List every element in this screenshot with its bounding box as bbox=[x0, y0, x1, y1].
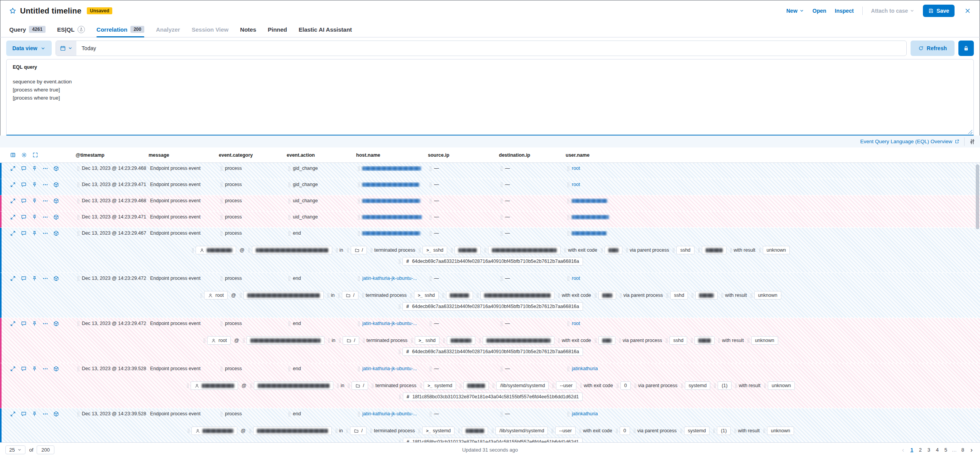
column-header-hostname[interactable]: host.name bbox=[356, 152, 428, 158]
summary-badge[interactable] bbox=[702, 246, 727, 254]
eql-query-text[interactable]: sequence by event.action [process where … bbox=[13, 78, 967, 102]
summary-badge[interactable]: systemd bbox=[684, 427, 710, 435]
pin-event-icon[interactable] bbox=[32, 182, 37, 188]
summary-badge[interactable] bbox=[446, 291, 473, 300]
pin-event-icon[interactable] bbox=[32, 198, 37, 204]
summary-badge[interactable]: unknown bbox=[768, 381, 795, 390]
tab-es-ql[interactable]: ES|QL bbox=[57, 22, 85, 37]
save-button[interactable]: Save bbox=[923, 5, 955, 17]
expand-event-icon[interactable] bbox=[10, 214, 16, 220]
summary-badge[interactable] bbox=[598, 336, 615, 345]
settings-sliders-icon[interactable] bbox=[969, 139, 975, 145]
tab-correlation[interactable]: Correlation200 bbox=[96, 22, 144, 37]
more-actions-icon[interactable] bbox=[42, 366, 48, 372]
analyze-event-icon[interactable] bbox=[53, 411, 59, 417]
summary-badge[interactable]: / bbox=[342, 291, 358, 300]
pin-event-icon[interactable] bbox=[32, 214, 37, 220]
summary-badge[interactable]: unknown bbox=[751, 336, 778, 345]
summary-badge[interactable] bbox=[254, 381, 333, 390]
host-name-link[interactable]: jatin-kathuria-jk-ubuntu-... bbox=[362, 411, 417, 416]
tab-elastic-ai-assistant[interactable]: Elastic AI Assistant bbox=[299, 22, 352, 37]
tab-session-view[interactable]: Session View bbox=[192, 22, 229, 37]
analyze-event-icon[interactable] bbox=[53, 198, 59, 204]
page-size-select[interactable]: 25 bbox=[5, 445, 25, 454]
date-quick-select-button[interactable] bbox=[56, 41, 76, 56]
summary-badge[interactable] bbox=[252, 246, 332, 254]
expand-event-icon[interactable] bbox=[10, 321, 16, 327]
open-timeline-button[interactable]: Open bbox=[813, 8, 826, 14]
column-header-sourceip[interactable]: source.ip bbox=[428, 152, 499, 158]
summary-badge[interactable] bbox=[488, 246, 561, 254]
user-name-link[interactable]: root bbox=[572, 321, 580, 326]
process-hash-badge[interactable]: #64decb69c7aa63321b440fe028716a40910bf45… bbox=[402, 257, 583, 266]
expand-event-icon[interactable] bbox=[10, 166, 16, 171]
summary-badge[interactable] bbox=[196, 246, 236, 254]
summary-badge[interactable] bbox=[480, 291, 554, 300]
tab-pinned[interactable]: Pinned bbox=[268, 22, 287, 37]
summary-badge[interactable]: (1) bbox=[718, 381, 731, 390]
add-note-icon[interactable] bbox=[21, 214, 27, 220]
page-8[interactable]: 8 bbox=[958, 445, 967, 455]
page-5[interactable]: 5 bbox=[941, 445, 950, 455]
summary-badge[interactable]: /lib/systemd/systemd bbox=[496, 381, 549, 390]
column-header-timestamp[interactable]: @timestamp bbox=[76, 152, 149, 158]
summary-badge[interactable]: --user bbox=[556, 381, 576, 390]
summary-badge[interactable]: sshd bbox=[669, 336, 687, 345]
summary-badge[interactable]: >_systemd bbox=[422, 427, 455, 435]
summary-badge[interactable]: >_sshd bbox=[415, 336, 439, 345]
summary-badge[interactable]: >_sshd bbox=[414, 291, 439, 300]
pin-event-icon[interactable] bbox=[32, 366, 37, 372]
more-actions-icon[interactable] bbox=[42, 276, 48, 281]
summary-badge[interactable] bbox=[463, 381, 489, 390]
process-hash-badge[interactable]: #64decb69c7aa63321b440fe028716a40910bf45… bbox=[402, 302, 583, 311]
column-header-destinationip[interactable]: destination.ip bbox=[499, 152, 566, 158]
add-note-icon[interactable] bbox=[21, 366, 27, 372]
lock-date-picker-button[interactable] bbox=[958, 41, 974, 56]
summary-badge[interactable] bbox=[598, 291, 616, 300]
summary-badge[interactable] bbox=[483, 336, 554, 345]
summary-badge[interactable]: sshd bbox=[676, 246, 694, 254]
user-name-link[interactable]: jatinkathuria bbox=[572, 411, 598, 416]
summary-badge[interactable]: / bbox=[351, 381, 368, 390]
more-actions-icon[interactable] bbox=[42, 182, 48, 188]
column-header-username[interactable]: user.name bbox=[566, 152, 980, 158]
add-note-icon[interactable] bbox=[21, 182, 27, 188]
expand-event-icon[interactable] bbox=[10, 198, 16, 204]
data-view-button[interactable]: Data view bbox=[6, 41, 52, 56]
page-3[interactable]: 3 bbox=[924, 445, 933, 455]
pin-event-icon[interactable] bbox=[32, 321, 37, 327]
eql-query-panel[interactable]: EQL query sequence by event.action [proc… bbox=[6, 59, 974, 135]
summary-badge[interactable] bbox=[247, 336, 324, 345]
user-name-link[interactable]: root bbox=[572, 166, 580, 171]
eql-overview-link[interactable]: Event Query Language (EQL) Overview bbox=[860, 139, 960, 144]
analyze-event-icon[interactable] bbox=[53, 321, 59, 327]
more-actions-icon[interactable] bbox=[42, 214, 48, 220]
summary-badge[interactable]: 0 bbox=[620, 427, 630, 435]
pin-event-icon[interactable] bbox=[32, 166, 37, 171]
more-actions-icon[interactable] bbox=[42, 198, 48, 204]
new-timeline-button[interactable]: New bbox=[786, 8, 804, 14]
fullscreen-icon[interactable] bbox=[32, 152, 38, 158]
page-1[interactable]: 1 bbox=[907, 445, 916, 455]
tab-analyzer[interactable]: Analyzer bbox=[156, 22, 180, 37]
host-name-link[interactable]: jatin-kathuria-jk-ubuntu-... bbox=[362, 276, 417, 281]
scrollbar-thumb[interactable] bbox=[976, 164, 979, 229]
expand-event-icon[interactable] bbox=[10, 411, 16, 417]
summary-badge[interactable] bbox=[605, 246, 622, 254]
next-page-button[interactable]: › bbox=[968, 446, 975, 454]
summary-badge[interactable]: root bbox=[207, 336, 231, 345]
page-2[interactable]: 2 bbox=[916, 445, 924, 455]
summary-badge[interactable]: --user bbox=[555, 427, 576, 435]
host-name-link[interactable]: jatin-kathuria-jk-ubuntu-... bbox=[362, 321, 417, 326]
analyze-event-icon[interactable] bbox=[53, 214, 59, 220]
column-header-eventaction[interactable]: event.action bbox=[287, 152, 356, 158]
summary-badge[interactable]: / bbox=[343, 336, 359, 345]
summary-badge[interactable]: unknown bbox=[754, 291, 781, 300]
prev-page-button[interactable]: ‹ bbox=[900, 446, 906, 454]
page-4[interactable]: 4 bbox=[933, 445, 941, 455]
summary-badge[interactable] bbox=[447, 336, 475, 345]
summary-badge[interactable] bbox=[191, 381, 238, 390]
summary-badge[interactable] bbox=[455, 246, 481, 254]
analyze-event-icon[interactable] bbox=[53, 166, 59, 171]
tab-query[interactable]: Query4261 bbox=[9, 22, 46, 37]
